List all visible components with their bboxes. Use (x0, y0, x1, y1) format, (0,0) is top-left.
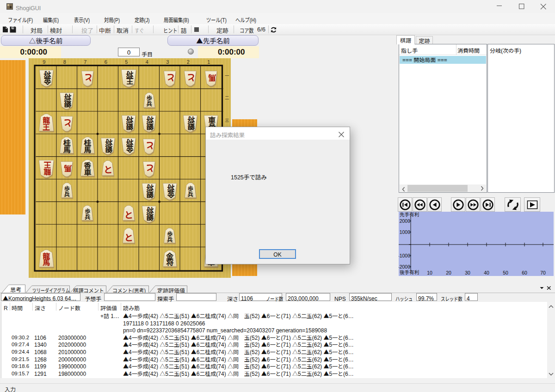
svg-text:5: 5 (125, 58, 128, 65)
svg-text:3: 3 (166, 58, 169, 65)
svg-text:2000: 2000 (400, 217, 411, 224)
svg-text:60: 60 (522, 269, 527, 276)
svg-text:6: 6 (105, 58, 107, 65)
svg-text:50: 50 (503, 269, 508, 276)
svg-text:40: 40 (484, 269, 489, 276)
svg-text:20: 20 (446, 269, 451, 276)
svg-text:一: 一 (225, 72, 229, 79)
svg-text:70: 70 (540, 269, 546, 276)
svg-text:10: 10 (427, 269, 432, 276)
svg-text:30: 30 (465, 269, 470, 276)
svg-text:2: 2 (187, 58, 190, 65)
svg-text:7: 7 (84, 58, 86, 65)
svg-text:9: 9 (43, 58, 45, 65)
svg-text:8: 8 (63, 58, 66, 65)
svg-text:後手有利: 後手有利 (400, 269, 419, 276)
svg-text:4: 4 (146, 58, 148, 65)
svg-text:1: 1 (207, 58, 210, 65)
svg-text:1000: 1000 (400, 228, 411, 235)
svg-text:三: 三 (225, 117, 229, 123)
svg-text:二: 二 (225, 94, 229, 101)
svg-text:-1000: -1000 (399, 252, 410, 259)
